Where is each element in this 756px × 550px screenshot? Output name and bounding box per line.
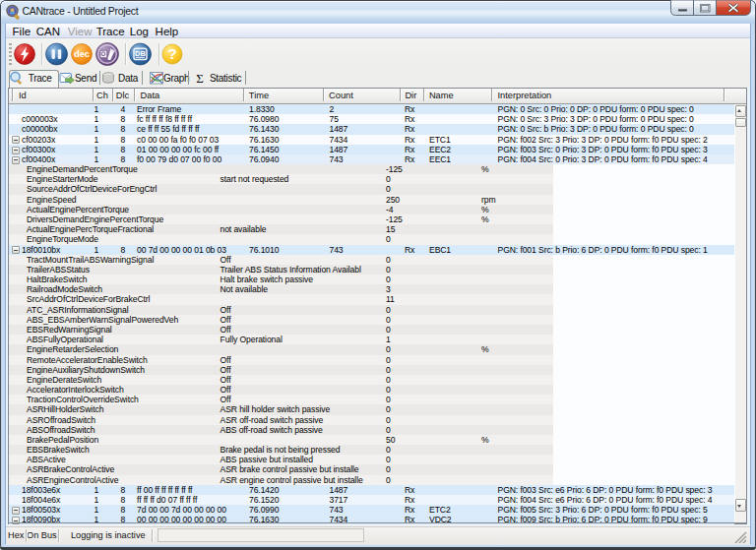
svg-text:Σ: Σ <box>196 71 204 86</box>
svg-text:DB: DB <box>135 49 146 58</box>
svg-text:dec: dec <box>74 48 90 59</box>
svg-text:?: ? <box>167 45 176 62</box>
